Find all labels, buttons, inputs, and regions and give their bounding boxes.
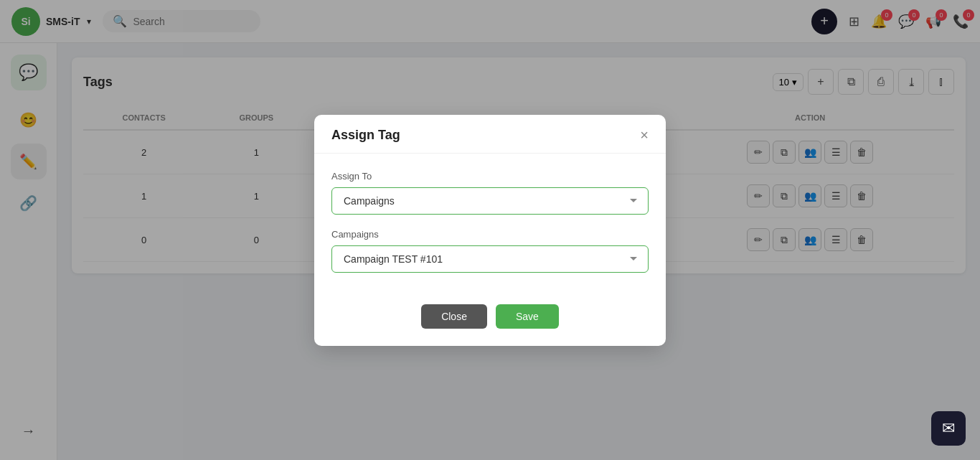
modal-close-button[interactable]: ×: [640, 128, 649, 142]
chat-support-button[interactable]: ✉: [931, 411, 966, 446]
modal-header: Assign Tag ×: [314, 115, 666, 154]
modal-footer: Close Save: [314, 296, 666, 346]
assign-tag-modal: Assign Tag × Assign To Campaigns Contact…: [314, 115, 666, 346]
modal-overlay[interactable]: Assign Tag × Assign To Campaigns Contact…: [0, 0, 980, 460]
chat-support-icon: ✉: [942, 419, 955, 438]
assign-to-label: Assign To: [331, 171, 649, 182]
modal-body: Assign To Campaigns Contacts Groups Camp…: [314, 154, 666, 296]
campaign-select[interactable]: Campaign TEST #101: [331, 245, 649, 273]
campaigns-label: Campaigns: [331, 229, 649, 240]
campaigns-group: Campaigns Campaign TEST #101: [331, 229, 649, 273]
modal-title: Assign Tag: [331, 128, 400, 143]
assign-to-group: Assign To Campaigns Contacts Groups: [331, 171, 649, 215]
assign-to-select[interactable]: Campaigns Contacts Groups: [331, 187, 649, 215]
close-button[interactable]: Close: [421, 304, 487, 329]
save-button[interactable]: Save: [496, 304, 559, 329]
